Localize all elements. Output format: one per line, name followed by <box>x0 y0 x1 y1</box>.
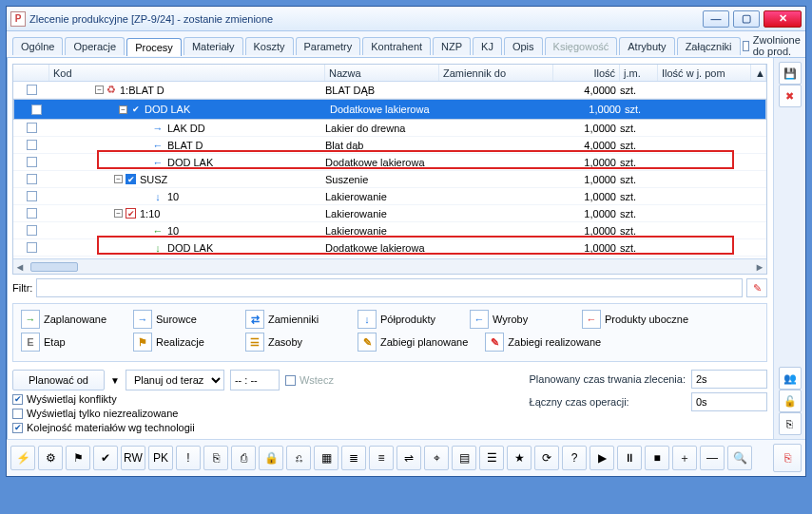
side-button-2[interactable]: ⎘ <box>779 412 802 435</box>
side-button-0[interactable]: 👥 <box>779 367 802 390</box>
grid-row[interactable]: −✔1:10Lakierowanie1,0000szt. <box>13 205 766 222</box>
toolbar-button-20[interactable]: ? <box>562 446 587 470</box>
toolbar-button-11[interactable]: ▦ <box>314 446 338 470</box>
col-kod[interactable]: Kod <box>49 65 325 81</box>
filter-input[interactable] <box>36 278 743 297</box>
tab-kontrahent[interactable]: Kontrahent <box>362 37 431 55</box>
grid-row[interactable]: ↓DOD LAKDodatkowe lakierowa1,0000szt. <box>13 239 766 257</box>
toolbar-button-9[interactable]: 🔒 <box>259 446 283 470</box>
toolbar-button-10[interactable]: ⎌ <box>286 446 311 470</box>
row-checkbox[interactable] <box>27 242 37 253</box>
grid-row[interactable]: −♻1:BLAT DBLAT DĄB4,0000szt. <box>13 82 766 99</box>
row-unit: szt. <box>620 174 658 185</box>
op-duration-value[interactable] <box>691 392 767 411</box>
toolbar-button-14[interactable]: ⇌ <box>396 446 421 470</box>
tab-ogólne[interactable]: Ogólne <box>12 37 63 55</box>
toolbar-button-12[interactable]: ≣ <box>341 446 366 470</box>
toolbar-confirm-button[interactable]: ⎘ <box>773 444 802 472</box>
tree-toggle[interactable]: − <box>114 209 123 218</box>
toolbar-button-5[interactable]: PK <box>148 446 173 470</box>
toolbar-button-19[interactable]: ⟳ <box>534 446 559 470</box>
row-checkbox[interactable] <box>27 191 37 201</box>
delete-button[interactable]: ✖ <box>779 85 802 107</box>
tab-operacje[interactable]: Operacje <box>65 37 125 55</box>
row-checkbox[interactable] <box>27 123 37 133</box>
legend-icon: ⇄ <box>245 310 264 329</box>
toolbar-button-17[interactable]: ☰ <box>479 446 504 470</box>
col-zamiennik[interactable]: Zamiennik do <box>439 65 553 81</box>
show-unrealized-checkbox[interactable]: Wyświetlaj tylko niezrealizowane <box>12 408 334 419</box>
toolbar-button-16[interactable]: ▤ <box>452 446 476 470</box>
show-conflicts-checkbox[interactable]: ✔Wyświetlaj konflikty <box>12 393 334 405</box>
grid-row[interactable]: ↓10Lakierowanie1,0000szt. <box>13 188 766 205</box>
row-checkbox[interactable] <box>27 140 37 150</box>
toolbar-button-8[interactable]: ⎙ <box>231 446 256 470</box>
grid-row[interactable]: −✔SUSZSuszenie1,0000szt. <box>13 171 766 188</box>
row-checkbox[interactable] <box>27 174 37 184</box>
legend-icon: → <box>133 310 152 329</box>
grid-row[interactable]: ←BLAT DBlat dąb4,0000szt. <box>13 137 766 154</box>
col-nazwa[interactable]: Nazwa <box>325 65 439 81</box>
legend-item: ⚑Realizacje <box>133 333 228 352</box>
plan-mode-select[interactable]: Planuj od teraz <box>126 370 224 390</box>
toolbar-button-24[interactable]: ＋ <box>672 446 697 470</box>
toolbar-button-15[interactable]: ⌖ <box>424 446 449 470</box>
tab-nzp[interactable]: NZP <box>433 37 471 55</box>
row-checkbox[interactable] <box>27 85 37 95</box>
tab-materiały[interactable]: Materiały <box>184 37 243 55</box>
grid-row[interactable]: ←10Lakierowanie1,0000szt. <box>13 222 766 239</box>
tree-toggle[interactable]: − <box>114 175 123 183</box>
col-jm[interactable]: j.m. <box>620 65 658 81</box>
tree-toggle[interactable]: − <box>119 105 127 114</box>
tab-księgowość[interactable]: Księgowość <box>545 37 618 55</box>
toolbar-button-23[interactable]: ■ <box>645 446 669 470</box>
close-button[interactable]: ✕ <box>764 10 802 28</box>
side-button-1[interactable]: 🔓 <box>779 390 802 412</box>
toolbar-button-3[interactable]: ✔ <box>93 446 118 470</box>
row-checkbox[interactable] <box>31 105 42 115</box>
row-checkbox[interactable] <box>27 225 37 236</box>
row-unit: szt. <box>620 191 658 202</box>
row-check-icon: ✔ <box>126 174 136 184</box>
row-checkbox[interactable] <box>27 157 37 167</box>
col-ilosc[interactable]: Ilość <box>553 65 620 81</box>
tab-kj[interactable]: KJ <box>473 37 502 55</box>
toolbar-button-7[interactable]: ⎘ <box>203 446 228 470</box>
grid-row[interactable]: −✔DOD LAKDodatkowe lakierowa1,0000szt. <box>13 99 766 120</box>
back-checkbox[interactable]: Wstecz <box>285 374 334 386</box>
toolbar-button-25[interactable]: — <box>700 446 725 470</box>
toolbar-button-21[interactable]: ▶ <box>590 446 614 470</box>
toolbar-button-13[interactable]: ≡ <box>369 446 394 470</box>
tab-parametry[interactable]: Parametry <box>296 37 361 55</box>
save-button[interactable]: 💾 <box>779 62 802 85</box>
toolbar-button-4[interactable]: RW <box>121 446 145 470</box>
tab-załączniki[interactable]: Załączniki <box>677 37 741 55</box>
maximize-button[interactable]: ▢ <box>733 10 760 28</box>
grid-row[interactable]: →LAK DDLakier do drewna1,0000szt. <box>13 120 766 137</box>
toolbar-button-0[interactable]: ⚡ <box>10 446 35 470</box>
tab-procesy[interactable]: Procesy <box>126 38 182 56</box>
h-scrollbar[interactable]: ◄ ► <box>13 258 766 274</box>
toolbar-button-18[interactable]: ★ <box>507 446 532 470</box>
tree-toggle[interactable]: − <box>95 86 104 94</box>
tab-opis[interactable]: Opis <box>504 37 543 55</box>
col-iloscwj[interactable]: Ilość w j. pom <box>658 65 751 81</box>
minimize-button[interactable]: — <box>703 10 729 28</box>
toolbar-button-6[interactable]: ! <box>176 446 201 470</box>
legend-icon: ↓ <box>358 310 377 329</box>
toolbar-button-2[interactable]: ⚑ <box>66 446 90 470</box>
plan-duration-value[interactable] <box>691 370 767 389</box>
toolbar-button-22[interactable]: ⏸ <box>617 446 642 470</box>
toolbar-button-1[interactable]: ⚙ <box>38 446 63 470</box>
material-order-checkbox[interactable]: ✔Kolejność materiałów wg technologii <box>12 422 334 433</box>
row-checkbox[interactable] <box>27 208 37 219</box>
tab-atrybuty[interactable]: Atrybuty <box>619 37 674 55</box>
plan-from-button[interactable]: Planować od <box>12 370 105 390</box>
release-checkbox[interactable]: Zwolnione do prod. <box>743 34 804 57</box>
grid-row[interactable]: ←DOD LAKDodatkowe lakierowa1,0000szt. <box>13 154 766 171</box>
process-grid[interactable]: Kod Nazwa Zamiennik do Ilość j.m. Ilość … <box>12 64 767 275</box>
tab-koszty[interactable]: Koszty <box>245 37 294 55</box>
plan-time-input[interactable] <box>230 370 280 390</box>
toolbar-button-26[interactable]: 🔍 <box>727 446 752 470</box>
filter-clear-button[interactable]: ✎ <box>746 278 767 297</box>
